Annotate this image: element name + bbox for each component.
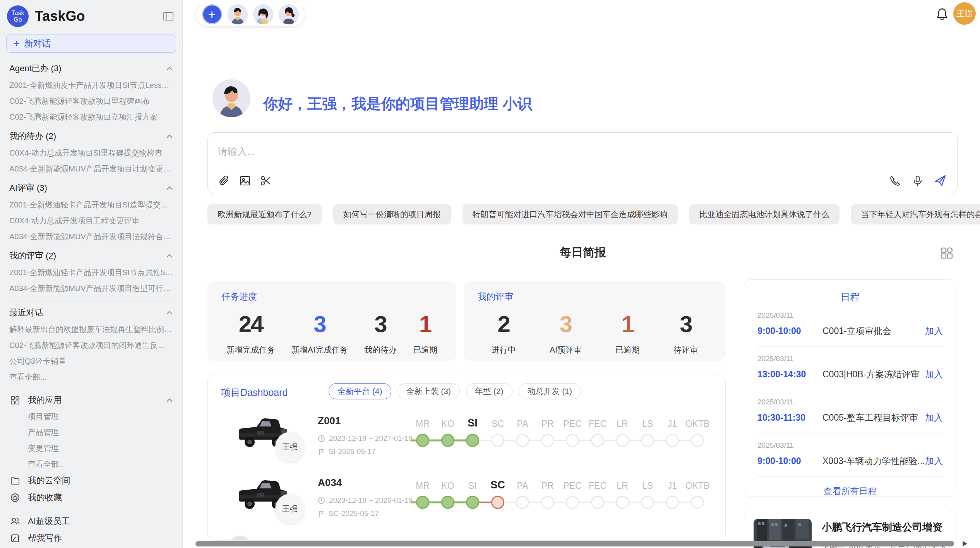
sidebar-help-me-write[interactable]: 帮我写作 xyxy=(9,530,173,547)
recent-view-all[interactable]: 查看全部... xyxy=(9,369,173,385)
join-link[interactable]: 加入 xyxy=(925,368,943,380)
new-chat-button[interactable]: + 新对话 xyxy=(6,34,176,53)
recent-chat-item[interactable]: 公司Q3轻卡销量 xyxy=(9,353,173,369)
stat-label: 新增AI完成任务 xyxy=(291,344,348,355)
recent-chat-item[interactable]: C02-飞腾新能源轻客改款项目的闭环通告反馈情况 xyxy=(9,337,173,353)
sidebar-task-item[interactable]: C02-飞腾新能源轻客改款项目里程碑画布 xyxy=(9,93,173,109)
card-title: 任务进度 xyxy=(221,291,257,303)
flag-text: SI-2025-05-17 xyxy=(329,447,375,456)
flag-icon xyxy=(318,448,325,456)
section-recent-chats[interactable]: 最近对话 xyxy=(9,304,173,322)
milestone-label: OKTB xyxy=(685,419,710,429)
schedule-time: 10:30-11:30 xyxy=(757,413,822,423)
schedule-date: 2025/03/11 xyxy=(757,311,943,320)
sidebar-task-item[interactable]: Z001-全新燃油轻卡产品开发项目SI造型提交物评审 xyxy=(9,197,173,213)
send-icon[interactable] xyxy=(933,174,947,188)
join-link[interactable]: 加入 xyxy=(925,412,943,424)
user-avatar[interactable]: 王强 xyxy=(953,2,976,25)
project-row-z001[interactable]: 王强 Z001 2023-12-19 ~ 2027-01-19 SI-2025-… xyxy=(208,413,719,474)
star-badge-icon xyxy=(9,492,21,503)
milestone-label-current: SC xyxy=(490,479,505,491)
app-view-all[interactable]: 查看全部.. xyxy=(9,456,173,472)
sidebar-cloud-space[interactable]: 我的云空间 xyxy=(9,472,173,489)
filter-year-model[interactable]: 年型 (2) xyxy=(466,383,512,399)
app-item-change-mgmt[interactable]: 变更管理 xyxy=(9,440,173,456)
sidebar-task-item[interactable]: Z001-全新燃油轻卡产品开发项目SI节点属性5D文件评审 xyxy=(9,265,173,281)
divider xyxy=(9,390,173,390)
composer-right-icons xyxy=(888,174,947,188)
join-link[interactable]: 加入 xyxy=(925,455,943,467)
filter-new-body[interactable]: 全新上装 (3) xyxy=(397,383,460,399)
suggestion-chips: 欧洲新规最近颁布了什么? 如何写一份清晰的项目周报 特朗普可能对进口汽车增税会对… xyxy=(207,204,958,224)
schedule-title: 日程 xyxy=(757,291,943,303)
agent-avatar-2[interactable] xyxy=(253,4,273,24)
project-owner-badge: 王强 xyxy=(275,494,305,524)
app-root: Task Go TaskGo + 新对话 Agent已办 (3) Z001-全新… xyxy=(0,0,980,548)
milestone-label: PA xyxy=(517,481,528,491)
notification-bell-icon[interactable] xyxy=(934,6,950,22)
section-my-review[interactable]: 我的评审 (2) xyxy=(9,247,173,265)
section-ai-review[interactable]: AI评审 (3) xyxy=(9,179,173,197)
stat-label: AI预评审 xyxy=(550,344,582,355)
project-dashboard-card: 项目Dashboard 全新平台 (4) 全新上装 (3) 年型 (2) 动总开… xyxy=(207,375,726,541)
stats-row: 24 新增完成任务 3 新增AI完成任务 3 我的待办 1 已逾期 xyxy=(207,305,456,361)
suggestion-chip[interactable]: 比亚迪全固态电池计划具体说了什么 xyxy=(689,204,840,224)
stat-overdue: 1 已逾期 xyxy=(413,311,437,355)
attach-icon[interactable] xyxy=(217,174,231,188)
agent-avatar-3[interactable] xyxy=(279,4,299,24)
sidebar-favorites[interactable]: 我的收藏 xyxy=(9,489,173,506)
sidebar-task-item[interactable]: Z001-全新燃油皮卡产品开发项目SI节点Lesson Learn报告 xyxy=(9,77,173,93)
users-icon xyxy=(9,515,21,527)
agent-avatar-1[interactable] xyxy=(228,4,248,24)
stat-label: 新增完成任务 xyxy=(226,344,275,355)
sidebar-task-item[interactable]: A034-全新新能源MUV产品开发项目法规符合性评审 xyxy=(9,229,173,245)
phone-icon[interactable] xyxy=(888,174,902,188)
suggestion-chip[interactable]: 特朗普可能对进口汽车增税会对中国车企造成哪些影响 xyxy=(463,204,678,224)
dashboard-filters: 全新平台 (4) 全新上装 (3) 年型 (2) 动总开发 (1) xyxy=(329,383,581,399)
chevron-up-icon xyxy=(166,134,173,139)
milestone-label: MR xyxy=(416,481,430,491)
logo-line2: Go xyxy=(14,16,22,23)
project-row-a034[interactable]: 王强 A034 2023-12-19 ~ 2026-01-19 SC-2025-… xyxy=(208,474,719,536)
sidebar-task-item[interactable]: C0X4-动力总成开发项目工程变更评审 xyxy=(9,213,173,229)
sidebar-ai-super-staff[interactable]: AI超级员工 xyxy=(9,513,173,530)
join-link[interactable]: 加入 xyxy=(925,325,943,337)
horizontal-scrollbar[interactable] xyxy=(195,541,954,546)
milestone-label: MR xyxy=(416,419,430,429)
project-code: A034 xyxy=(318,477,342,489)
recent-chat-item[interactable]: 解释最新出台的欧盟报废车法规再生塑料比例被调至15%... xyxy=(9,322,173,337)
suggestion-chip[interactable]: 欧洲新规最近颁布了什么? xyxy=(207,204,322,224)
flag-text: SC-2025-05-17 xyxy=(329,509,379,518)
section-agent-done[interactable]: Agent已办 (3) xyxy=(9,60,173,77)
sidebar-task-item[interactable]: C02-飞腾新能源轻客改款项目立项汇报方案 xyxy=(9,109,173,125)
add-agent-button[interactable]: + xyxy=(202,4,222,24)
scissors-icon[interactable] xyxy=(259,174,273,188)
main-area: + 王强 你好，王强，我是你的项目管理助理 小识 xyxy=(183,0,980,548)
write-doc-icon xyxy=(9,533,21,544)
chat-input[interactable] xyxy=(218,142,760,161)
milestone-label: FEC xyxy=(589,481,607,491)
layout-grid-icon[interactable] xyxy=(938,245,955,262)
stat-value: 2 xyxy=(492,311,516,337)
section-my-todo[interactable]: 我的待办 (2) xyxy=(9,127,173,145)
project-flag-milestone: SC-2025-05-17 xyxy=(318,509,379,518)
sidebar-task-item[interactable]: A034-全新新能源MUV产品开发项目计划变更表编写 xyxy=(9,161,173,177)
sidebar-collapse-icon[interactable] xyxy=(161,9,175,23)
sidebar-task-item[interactable]: C0X4-动力总成开发项目SI里程碑提交物检查 xyxy=(9,145,173,161)
scroll-right-arrow[interactable] xyxy=(963,541,967,546)
mic-icon[interactable] xyxy=(911,174,925,188)
image-icon[interactable] xyxy=(238,174,252,188)
sidebar-task-item[interactable]: A034-全新新能源MUV产品开发项目造型可行性评审 xyxy=(9,281,173,296)
sidebar-my-apps[interactable]: 我的应用 xyxy=(9,392,173,409)
apps-grid-icon xyxy=(9,394,21,406)
filter-powertrain[interactable]: 动总开发 (1) xyxy=(519,383,581,399)
schedule-date: 2025/03/11 xyxy=(757,398,943,406)
app-item-project-mgmt[interactable]: 项目管理 xyxy=(9,409,173,425)
view-all-schedule-link[interactable]: 查看所有日程 xyxy=(757,485,943,497)
task-progress-card: 任务进度 24 新增完成任务 3 新增AI完成任务 3 我的待办 1 已逾期 xyxy=(207,281,456,361)
app-item-product-mgmt[interactable]: 产品管理 xyxy=(9,425,173,440)
plus-icon: + xyxy=(14,38,19,50)
filter-all-new-platform[interactable]: 全新平台 (4) xyxy=(329,383,391,399)
suggestion-chip[interactable]: 当下年轻人对汽车外观有怎样的喜好趋势 xyxy=(851,204,980,224)
suggestion-chip[interactable]: 如何写一份清晰的项目周报 xyxy=(333,204,451,224)
